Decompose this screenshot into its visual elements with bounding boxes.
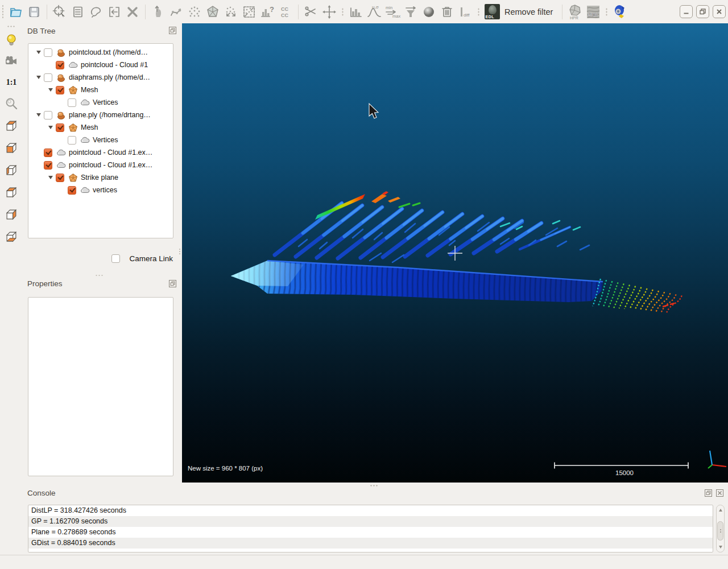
- toolbar-handle-dots[interactable]: [477, 7, 480, 17]
- tree-item[interactable]: Strike plane: [34, 171, 173, 184]
- noise-filter-button[interactable]: [222, 3, 240, 21]
- tree-item-checkbox[interactable]: [56, 86, 64, 94]
- tree-item[interactable]: plane.ply (/home/drtang…: [34, 109, 173, 121]
- scissors-segment-button[interactable]: [302, 3, 320, 21]
- sidebar-splitter-handle[interactable]: [95, 274, 104, 277]
- console-scrollbar[interactable]: [716, 505, 725, 552]
- sphere-render-button[interactable]: [420, 3, 438, 21]
- sf-difference-button[interactable]: diff: [456, 3, 474, 21]
- pick-rotation-center-button[interactable]: [51, 3, 69, 21]
- tree-item[interactable]: Mesh: [34, 121, 173, 134]
- tree-item[interactable]: pointcloud.txt (/home/d…: [34, 46, 173, 59]
- tree-item-expander[interactable]: [46, 88, 56, 92]
- tree-item[interactable]: Vertices: [34, 134, 173, 146]
- tree-item-checkbox[interactable]: [68, 136, 76, 145]
- camera-settings-button[interactable]: [2, 53, 20, 70]
- plugin-button[interactable]: [611, 3, 629, 21]
- tree-item-label[interactable]: diaphrams.ply (/home/d…: [69, 73, 150, 81]
- hpr-filter-button[interactable]: HPR: [566, 3, 584, 21]
- 3d-viewport[interactable]: New size = 960 * 807 (px) 15000: [182, 23, 728, 483]
- sf-min-max-button[interactable]: min max: [383, 3, 402, 21]
- toolbar-drag-handle[interactable]: [1, 5, 5, 19]
- tree-item-expander[interactable]: [46, 126, 56, 129]
- tree-item-checkbox[interactable]: [44, 149, 52, 157]
- toolbar-handle-dots[interactable]: [605, 7, 608, 17]
- camera-link-handle[interactable]: [179, 248, 181, 255]
- tree-item-label[interactable]: pointcloud.txt (/home/d…: [69, 48, 148, 56]
- camera-link-checkbox[interactable]: [111, 254, 120, 263]
- tree-item-checkbox[interactable]: [44, 111, 52, 119]
- tree-item[interactable]: pointcloud - Cloud #1.ex…: [34, 159, 173, 171]
- apply-transformation-button[interactable]: [105, 3, 123, 21]
- view-toolbar-drag-handle[interactable]: [7, 25, 16, 28]
- db-tree-float-icon[interactable]: [169, 27, 176, 34]
- scroll-up-arrow[interactable]: [719, 509, 722, 512]
- view-top-button[interactable]: [2, 117, 20, 134]
- view-front-button[interactable]: [2, 139, 20, 156]
- toolbar-handle-dots[interactable]: [341, 7, 344, 17]
- tree-item-checkbox[interactable]: [56, 174, 64, 182]
- tree-item-label[interactable]: Strike plane: [81, 174, 118, 182]
- sample-points-button[interactable]: [167, 3, 185, 21]
- tree-item-checkbox[interactable]: [44, 48, 52, 57]
- minimize-button[interactable]: [680, 5, 693, 18]
- properties-list-button[interactable]: [69, 3, 87, 21]
- open-file-button[interactable]: [7, 3, 25, 21]
- tree-item-label[interactable]: vertices: [93, 186, 117, 194]
- mesh-delaunay-button[interactable]: [204, 3, 222, 21]
- cloud-cloud-distance-button[interactable]: CC CC: [276, 3, 295, 21]
- zoom-fit-button[interactable]: [2, 95, 20, 112]
- tree-item[interactable]: Mesh: [34, 84, 173, 96]
- close-button[interactable]: [713, 5, 726, 18]
- tree-item-expander[interactable]: [34, 51, 44, 54]
- delete-button[interactable]: [123, 3, 142, 21]
- edl-shader-button[interactable]: EDL: [483, 3, 501, 21]
- tree-item-checkbox[interactable]: [44, 73, 52, 82]
- compute-normals-button[interactable]: [149, 3, 167, 21]
- save-button[interactable]: [25, 3, 43, 21]
- tree-item-label[interactable]: pointcloud - Cloud #1.ex…: [69, 149, 152, 156]
- tree-item[interactable]: pointcloud - Cloud #1.ex…: [34, 146, 173, 159]
- tree-item-label[interactable]: plane.ply (/home/drtang…: [69, 111, 151, 119]
- global-zoom-button[interactable]: [2, 32, 20, 49]
- view-right-button[interactable]: [2, 206, 20, 223]
- scrollbar-thumb[interactable]: [717, 521, 723, 541]
- tree-item-expander[interactable]: [34, 76, 44, 79]
- tree-item-checkbox[interactable]: [44, 161, 52, 170]
- remove-filter-button[interactable]: Remove filter: [504, 7, 553, 17]
- tree-item-label[interactable]: Vertices: [93, 136, 118, 144]
- scroll-down-arrow[interactable]: [719, 546, 722, 549]
- gaussian-filter-button[interactable]: μ,σ: [365, 3, 383, 21]
- tree-item-checkbox[interactable]: [56, 61, 64, 69]
- translate-rotate-button[interactable]: [320, 3, 338, 21]
- tree-item-label[interactable]: Vertices: [93, 98, 118, 106]
- subsample-button[interactable]: [185, 3, 204, 21]
- tree-item-label[interactable]: pointcloud - Cloud #1: [81, 61, 148, 69]
- pcv-shader-button[interactable]: PCV: [584, 3, 602, 21]
- tree-item-checkbox[interactable]: [68, 98, 76, 107]
- delete-scalar-field-button[interactable]: [438, 3, 456, 21]
- filter-by-value-button[interactable]: [402, 3, 420, 21]
- console-log[interactable]: DistLP = 318.427426 secondsGP = 1.162709…: [28, 505, 713, 552]
- console-close-icon[interactable]: [716, 489, 723, 497]
- tree-item-expander[interactable]: [34, 113, 44, 117]
- view-back-button[interactable]: [2, 184, 20, 201]
- tree-item-label[interactable]: Mesh: [81, 86, 98, 94]
- tree-item-label[interactable]: Mesh: [81, 123, 98, 131]
- show-histogram-button[interactable]: [347, 3, 365, 21]
- view-left-button[interactable]: [2, 162, 20, 179]
- restore-button[interactable]: [696, 5, 709, 18]
- zoom-1-1-button[interactable]: 1:1: [2, 74, 20, 91]
- tree-item-checkbox[interactable]: [68, 186, 76, 195]
- properties-float-icon[interactable]: [169, 280, 176, 287]
- console-float-icon[interactable]: [705, 489, 712, 497]
- segment-lasso-button[interactable]: [87, 3, 105, 21]
- tree-item[interactable]: vertices: [34, 184, 173, 196]
- properties-panel[interactable]: [28, 297, 173, 476]
- tree-item-label[interactable]: pointcloud - Cloud #1.ex…: [69, 161, 152, 169]
- tree-item-checkbox[interactable]: [56, 123, 64, 132]
- tree-item[interactable]: pointcloud - Cloud #1: [34, 59, 173, 71]
- octree-button[interactable]: [240, 3, 258, 21]
- tree-item-expander[interactable]: [46, 176, 56, 179]
- histogram-stats-button[interactable]: ?: [258, 3, 276, 21]
